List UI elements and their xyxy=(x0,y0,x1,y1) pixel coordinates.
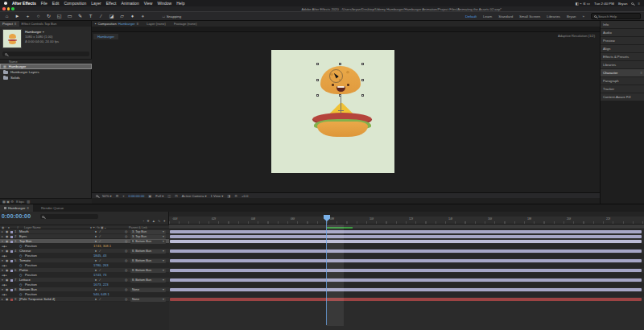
menu-view[interactable]: View xyxy=(144,1,153,6)
panel-menu-icon[interactable]: ≡ xyxy=(641,69,642,76)
layer-color-swatch[interactable] xyxy=(10,299,13,301)
brush-tool-icon[interactable]: ∕ xyxy=(97,12,105,20)
selection-handle[interactable] xyxy=(316,63,319,65)
layer-duration-bar-pattie[interactable] xyxy=(170,269,642,272)
selection-handle[interactable] xyxy=(316,79,319,81)
menu-after-effects[interactable]: After Effects xyxy=(12,1,36,6)
clone-stamp-tool-icon[interactable]: ◪ xyxy=(108,12,115,20)
time-ruler[interactable]: :00f 02f 04f 06f 08f 10f 12f 14f 16f 18f… xyxy=(169,217,644,225)
layer-color-swatch[interactable] xyxy=(10,289,13,291)
tab-footage[interactable]: Footage (none) xyxy=(174,22,197,26)
home-tool-icon[interactable]: ⌂ xyxy=(3,12,10,20)
menubar-status-icons[interactable]: ◧ ⌁ ≋ ▭ xyxy=(576,2,590,6)
layer-duration-bar-eyes[interactable] xyxy=(170,235,642,238)
snapshot-camera-icon[interactable]: ▣ xyxy=(148,194,151,198)
parent-dropdown[interactable]: 8. Bottom Bun▾ xyxy=(130,259,166,263)
layer-color-swatch[interactable] xyxy=(10,260,13,262)
parent-dropdown[interactable]: None▾ xyxy=(130,298,166,302)
motion-blur-icon[interactable]: ▲ xyxy=(152,219,155,223)
layer-color-swatch[interactable] xyxy=(10,231,13,233)
panel-menu-icon[interactable]: ≡ xyxy=(27,206,30,210)
panel-align[interactable]: Align xyxy=(601,45,644,52)
work-area-bar[interactable] xyxy=(169,225,644,229)
layer-color-swatch[interactable] xyxy=(10,279,13,282)
menubar-clock[interactable]: Tue 2:40 PM xyxy=(594,2,614,6)
menu-effect[interactable]: Effect xyxy=(106,1,117,6)
roto-brush-tool-icon[interactable]: ♦ xyxy=(129,12,136,20)
tab-layer[interactable]: Layer (none) xyxy=(147,22,166,26)
composition-viewer[interactable]: Adaptive Resolution (1/2) xyxy=(92,32,600,198)
tab-timeline-hamburger[interactable]: Hamburger ≡ xyxy=(0,204,33,212)
panel-content-aware-fill[interactable]: Content-Aware Fill xyxy=(601,93,644,101)
panel-info[interactable]: Info xyxy=(601,21,644,28)
menu-edit[interactable]: Edit xyxy=(52,1,60,6)
snapping-checkbox-icon[interactable]: □ xyxy=(163,14,165,19)
tab-composition[interactable]: ▪ Composition Hamburger ≡ xyxy=(95,22,138,26)
mask-shape-tool-icon[interactable]: ▭ xyxy=(66,12,73,20)
pen-tool-icon[interactable]: ✎ xyxy=(76,12,84,20)
parent-dropdown[interactable]: None▾ xyxy=(130,288,166,292)
pixel-aspect-icon[interactable]: ◨ xyxy=(227,194,230,198)
parent-dropdown[interactable]: 3. Top Bun▾ xyxy=(130,235,166,239)
orbit-camera-tool-icon[interactable]: ↻ xyxy=(45,12,52,20)
transparency-grid-icon[interactable]: ◫ xyxy=(167,194,171,198)
project-item-name[interactable]: Hamburger xyxy=(25,30,41,34)
parent-dropdown[interactable]: 8. Bottom Bun▾ xyxy=(130,240,166,244)
panel-tracker[interactable]: Tracker xyxy=(601,85,644,93)
graph-editor-icon[interactable]: ∿ xyxy=(158,219,161,223)
timeline-track-area[interactable]: :00f 02f 04f 06f 08f 10f 12f 14f 16f 18f… xyxy=(169,212,644,330)
panel-libraries[interactable]: Libraries xyxy=(601,61,644,68)
selection-handle[interactable] xyxy=(361,63,364,65)
puppet-pin-tool-icon[interactable]: ⌖ xyxy=(139,12,147,20)
project-row-hamburger-layers[interactable]: Hamburger Layers xyxy=(0,69,92,75)
panel-effects-presets[interactable]: Effects & Presets xyxy=(601,53,644,60)
hand-tool-icon[interactable]: + xyxy=(24,12,31,20)
project-row-hamburger[interactable]: ▦ Hamburger xyxy=(0,64,92,69)
workspace-learn[interactable]: Learn xyxy=(483,14,492,19)
mask-visibility-icon[interactable]: ⊡ xyxy=(175,194,178,198)
workspace-small-screen[interactable]: Small Screen xyxy=(519,14,540,19)
selection-bounding-box[interactable] xyxy=(317,64,364,97)
layer-duration-bar-mouth[interactable] xyxy=(170,230,642,233)
workspace-standard[interactable]: Standard xyxy=(498,14,513,19)
view-layout-dropdown[interactable]: 1 View ▾ xyxy=(211,194,224,198)
search-help-field[interactable]: Search Help xyxy=(591,13,641,19)
selection-tool-icon[interactable]: ► xyxy=(14,12,21,20)
frame-blend-icon[interactable]: ❄ xyxy=(147,219,150,223)
menu-composition[interactable]: Composition xyxy=(64,1,86,6)
layer-duration-bar-lettuce[interactable] xyxy=(170,278,642,282)
parent-dropdown[interactable]: 3. Top Bun▾ xyxy=(130,230,166,234)
workspace-overflow-icon[interactable]: » xyxy=(583,14,584,19)
panel-menu-icon[interactable]: ≡ xyxy=(14,21,16,27)
zoom-tool-icon[interactable]: ○ xyxy=(35,12,42,20)
composition-mini-flowchart-icon[interactable]: ◔ xyxy=(142,219,145,223)
layer-duration-bar-solid[interactable] xyxy=(170,298,642,301)
camera-dropdown[interactable]: Active Camera ▾ xyxy=(182,194,207,198)
layer-duration-bar-bottom-bun[interactable] xyxy=(170,288,642,291)
menubar-user[interactable]: Bryan xyxy=(618,2,627,6)
resolution-dropdown[interactable]: Full ▾ xyxy=(155,194,163,198)
zoom-level-dropdown[interactable]: 50% ▾ xyxy=(102,194,112,198)
exposure-value[interactable]: +0.0 xyxy=(242,194,248,198)
menu-layer[interactable]: Layer xyxy=(91,1,101,6)
menu-file[interactable]: File xyxy=(41,1,47,6)
layer-duration-bar-top-bun[interactable] xyxy=(170,240,642,243)
layer-duration-bar-cheese[interactable] xyxy=(170,250,642,253)
bit-depth-button[interactable]: 8 bpc xyxy=(16,200,24,204)
project-footer-icons[interactable]: ▦ ▣ ⚙ xyxy=(2,200,14,204)
apple-icon[interactable] xyxy=(4,2,7,5)
pan-behind-tool-icon[interactable]: ◱ xyxy=(56,12,63,20)
menu-animation[interactable]: Animation xyxy=(121,1,138,6)
menu-help[interactable]: Help xyxy=(176,1,184,6)
tab-effect-controls[interactable]: Effect Controls Top Bun xyxy=(19,21,60,27)
tab-project[interactable]: Project ≡ xyxy=(0,21,19,27)
workspace-custom[interactable]: Bryan xyxy=(567,14,576,19)
panel-character[interactable]: Character≡ xyxy=(601,69,644,76)
eraser-tool-icon[interactable]: ▱ xyxy=(118,12,126,20)
spotlight-search-icon[interactable] xyxy=(631,2,634,5)
parent-dropdown[interactable]: 8. Bottom Bun▾ xyxy=(130,278,166,283)
region-of-interest-icon[interactable]: ⌖ xyxy=(122,194,124,198)
parent-dropdown[interactable]: 8. Bottom Bun▾ xyxy=(130,269,166,273)
tab-render-queue[interactable]: Render Queue xyxy=(33,206,72,210)
panel-preview[interactable]: Preview xyxy=(601,37,644,44)
